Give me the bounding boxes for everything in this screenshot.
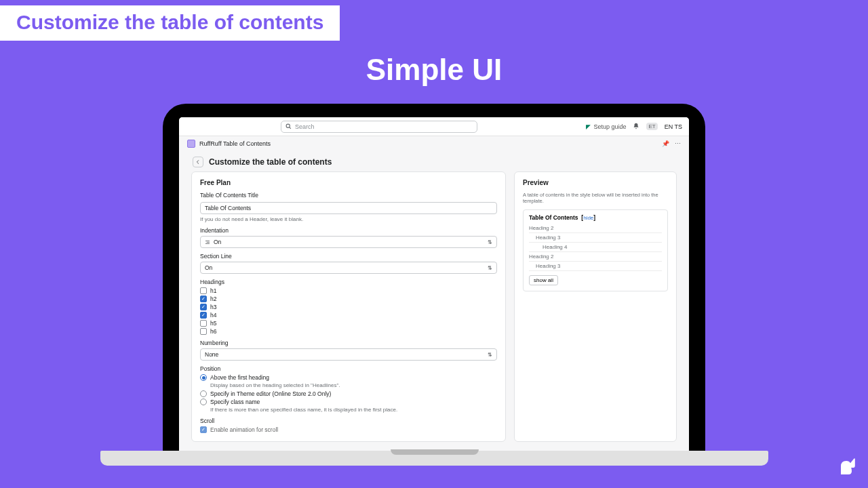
sectionline-select[interactable]: On ⇅: [200, 262, 497, 274]
user-label: EN TS: [665, 123, 682, 130]
notifications-icon[interactable]: [633, 123, 639, 131]
toc-item[interactable]: Heading 2: [529, 224, 662, 233]
laptop-mockup: Search ◤ Setup guide ET EN TS Ruf: [163, 104, 705, 466]
indentation-label: Indentation: [200, 227, 497, 234]
heading-checkbox-h6[interactable]: h6: [200, 328, 497, 335]
heading-checkbox-h3[interactable]: ✓h3: [200, 304, 497, 310]
preview-heading: Preview: [523, 179, 668, 186]
toc-title-label: Table Of Contents Title: [200, 192, 497, 199]
checkbox[interactable]: ✓: [200, 312, 207, 319]
radio[interactable]: [200, 390, 207, 397]
toc-hide-link[interactable]: [hide]: [580, 214, 595, 221]
toc-preview: Table Of Contents [hide] Heading 2Headin…: [523, 209, 668, 291]
settings-form: Free Plan Table Of Contents Title If you…: [191, 171, 506, 442]
toc-title-input[interactable]: [200, 202, 497, 214]
position-help: Display based on the heading selected in…: [210, 382, 497, 388]
search-icon: [285, 123, 292, 129]
search-input[interactable]: Search: [281, 121, 477, 133]
slide-title: Simple UI: [0, 53, 868, 87]
checkbox[interactable]: [200, 287, 207, 294]
heading-checkbox-h2[interactable]: ✓h2: [200, 296, 497, 302]
indent-icon: [205, 239, 210, 245]
back-button[interactable]: [193, 157, 203, 167]
sectionline-label: Section Line: [200, 253, 497, 260]
toc-item[interactable]: Heading 2: [529, 252, 662, 262]
more-icon[interactable]: ⋯: [675, 140, 681, 147]
setup-guide-link[interactable]: ◤ Setup guide: [586, 123, 626, 130]
plan-heading: Free Plan: [200, 179, 497, 186]
brand-logo-icon: [833, 453, 860, 483]
heading-checkbox-h1[interactable]: h1: [200, 287, 497, 294]
toc-preview-title: Table Of Contents: [529, 214, 578, 221]
page-title: Customize the table of contents: [209, 157, 332, 167]
heading-checkbox-h4[interactable]: ✓h4: [200, 312, 497, 319]
position-radio-2[interactable]: Specify class name: [200, 399, 497, 405]
numbering-label: Numbering: [200, 340, 497, 346]
chevron-down-icon: ⇅: [488, 239, 492, 245]
slide-banner: Customize the table of contents: [0, 5, 340, 41]
checkbox[interactable]: [200, 320, 207, 327]
numbering-select[interactable]: None ⇅: [200, 348, 497, 361]
position-help: If there is more than one specified clas…: [210, 407, 497, 413]
toc-title-help: If you do not need a Header, leave it bl…: [200, 216, 497, 222]
radio[interactable]: [200, 374, 207, 381]
scroll-label: Scroll: [200, 418, 497, 424]
indentation-select[interactable]: On ⇅: [200, 236, 497, 248]
app-header: RuffRuff Table of Contents 📌 ⋯: [179, 136, 689, 151]
preview-panel: Preview A table of contents in the style…: [514, 171, 677, 442]
topbar: Search ◤ Setup guide ET EN TS: [179, 117, 689, 136]
chevron-down-icon: ⇅: [488, 352, 492, 358]
svg-point-0: [286, 124, 290, 127]
app-icon: [187, 140, 195, 148]
position-radio-0[interactable]: Above the first heading: [200, 374, 497, 381]
headings-label: Headings: [200, 279, 497, 285]
position-label: Position: [200, 365, 497, 372]
search-placeholder: Search: [295, 123, 315, 130]
heading-checkbox-h5[interactable]: h5: [200, 320, 497, 327]
toc-item[interactable]: Heading 3: [529, 233, 662, 243]
checkbox[interactable]: ✓: [200, 296, 207, 302]
app-name: RuffRuff Table of Contents: [199, 140, 271, 147]
chevron-down-icon: ⇅: [488, 265, 492, 271]
avatar[interactable]: ET: [646, 123, 657, 130]
preview-desc: A table of contents in the style below w…: [523, 192, 668, 204]
checkbox[interactable]: ✓: [200, 304, 207, 310]
toc-item[interactable]: Heading 4: [529, 243, 662, 252]
svg-line-1: [290, 127, 291, 129]
pin-icon[interactable]: 📌: [662, 140, 669, 147]
scroll-checkbox-row[interactable]: ✓ Enable animation for scroll: [200, 426, 497, 433]
scroll-checkbox[interactable]: ✓: [200, 426, 207, 433]
position-radio-1[interactable]: Specify in Theme editor (Online Store 2.…: [200, 390, 497, 397]
show-all-button[interactable]: show all: [529, 275, 558, 285]
checkbox[interactable]: [200, 328, 207, 335]
radio[interactable]: [200, 399, 207, 405]
toc-item[interactable]: Heading 3: [529, 262, 662, 271]
